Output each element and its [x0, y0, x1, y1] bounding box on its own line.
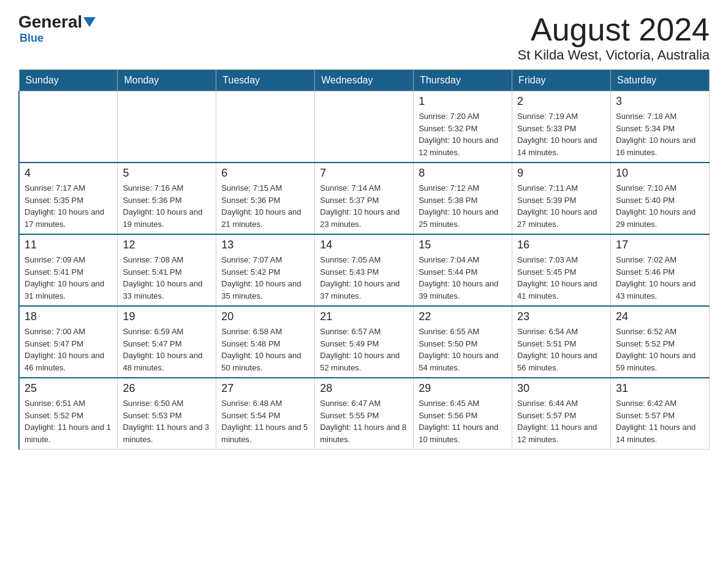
day-info: Sunrise: 7:02 AM Sunset: 5:46 PM Dayligh… — [616, 254, 704, 302]
calendar-cell: 27Sunrise: 6:48 AM Sunset: 5:54 PM Dayli… — [216, 378, 315, 450]
calendar-header-sunday: Sunday — [19, 70, 118, 91]
page-title: August 2024 — [518, 12, 710, 47]
calendar-header-monday: Monday — [118, 70, 216, 91]
header: General Blue August 2024 St Kilda West, … — [18, 12, 710, 63]
day-number: 15 — [419, 239, 507, 251]
calendar-cell: 24Sunrise: 6:52 AM Sunset: 5:52 PM Dayli… — [611, 306, 710, 378]
day-number: 9 — [517, 167, 605, 180]
calendar-header-wednesday: Wednesday — [315, 70, 414, 91]
calendar-header-friday: Friday — [512, 70, 611, 91]
day-info: Sunrise: 6:42 AM Sunset: 5:57 PM Dayligh… — [616, 397, 704, 445]
calendar-cell: 25Sunrise: 6:51 AM Sunset: 5:52 PM Dayli… — [19, 378, 118, 450]
calendar-cell — [118, 91, 216, 163]
day-number: 24 — [616, 310, 704, 323]
day-number: 13 — [221, 239, 309, 251]
day-number: 28 — [320, 382, 408, 395]
day-info: Sunrise: 7:14 AM Sunset: 5:37 PM Dayligh… — [320, 182, 408, 230]
day-number: 3 — [616, 95, 704, 108]
calendar-cell: 11Sunrise: 7:09 AM Sunset: 5:41 PM Dayli… — [19, 234, 118, 306]
day-info: Sunrise: 6:51 AM Sunset: 5:52 PM Dayligh… — [25, 397, 112, 445]
day-number: 22 — [419, 310, 507, 323]
day-info: Sunrise: 7:07 AM Sunset: 5:42 PM Dayligh… — [221, 254, 309, 302]
calendar-header-row: SundayMondayTuesdayWednesdayThursdayFrid… — [19, 70, 710, 91]
calendar-cell: 21Sunrise: 6:57 AM Sunset: 5:49 PM Dayli… — [315, 306, 414, 378]
day-info: Sunrise: 6:44 AM Sunset: 5:57 PM Dayligh… — [517, 397, 605, 445]
calendar-cell: 28Sunrise: 6:47 AM Sunset: 5:55 PM Dayli… — [315, 378, 414, 450]
calendar-cell: 29Sunrise: 6:45 AM Sunset: 5:56 PM Dayli… — [414, 378, 512, 450]
calendar-cell: 3Sunrise: 7:18 AM Sunset: 5:34 PM Daylig… — [611, 91, 710, 163]
day-info: Sunrise: 7:12 AM Sunset: 5:38 PM Dayligh… — [419, 182, 507, 230]
day-info: Sunrise: 7:16 AM Sunset: 5:36 PM Dayligh… — [123, 182, 211, 230]
calendar-cell: 10Sunrise: 7:10 AM Sunset: 5:40 PM Dayli… — [611, 163, 710, 234]
title-area: August 2024 St Kilda West, Victoria, Aus… — [518, 12, 710, 63]
calendar-cell: 20Sunrise: 6:58 AM Sunset: 5:48 PM Dayli… — [216, 306, 315, 378]
calendar-cell: 8Sunrise: 7:12 AM Sunset: 5:38 PM Daylig… — [414, 163, 512, 234]
logo-general-text: General — [18, 12, 82, 32]
day-number: 20 — [221, 310, 309, 323]
calendar-cell: 15Sunrise: 7:04 AM Sunset: 5:44 PM Dayli… — [414, 234, 512, 306]
day-number: 18 — [25, 310, 112, 323]
day-number: 12 — [123, 239, 211, 251]
day-number: 30 — [517, 382, 605, 395]
calendar-table: SundayMondayTuesdayWednesdayThursdayFrid… — [18, 69, 710, 450]
day-number: 2 — [517, 95, 605, 108]
day-info: Sunrise: 6:45 AM Sunset: 5:56 PM Dayligh… — [419, 397, 507, 445]
page-subtitle: St Kilda West, Victoria, Australia — [518, 47, 710, 63]
calendar-cell: 17Sunrise: 7:02 AM Sunset: 5:46 PM Dayli… — [611, 234, 710, 306]
logo-blue-text: Blue — [20, 32, 44, 45]
day-info: Sunrise: 7:11 AM Sunset: 5:39 PM Dayligh… — [517, 182, 605, 230]
calendar-cell: 31Sunrise: 6:42 AM Sunset: 5:57 PM Dayli… — [611, 378, 710, 450]
day-number: 29 — [419, 382, 507, 395]
day-info: Sunrise: 7:08 AM Sunset: 5:41 PM Dayligh… — [123, 254, 211, 302]
day-info: Sunrise: 6:58 AM Sunset: 5:48 PM Dayligh… — [221, 326, 309, 373]
calendar-cell: 18Sunrise: 7:00 AM Sunset: 5:47 PM Dayli… — [19, 306, 118, 378]
calendar-cell: 4Sunrise: 7:17 AM Sunset: 5:35 PM Daylig… — [19, 163, 118, 234]
calendar-week-row: 18Sunrise: 7:00 AM Sunset: 5:47 PM Dayli… — [19, 306, 710, 378]
calendar-cell — [315, 91, 414, 163]
day-info: Sunrise: 6:52 AM Sunset: 5:52 PM Dayligh… — [616, 326, 704, 373]
logo-triangle-icon — [83, 17, 96, 27]
day-info: Sunrise: 7:19 AM Sunset: 5:33 PM Dayligh… — [517, 110, 605, 158]
calendar-week-row: 1Sunrise: 7:20 AM Sunset: 5:32 PM Daylig… — [19, 91, 710, 163]
day-info: Sunrise: 7:05 AM Sunset: 5:43 PM Dayligh… — [320, 254, 408, 302]
day-number: 17 — [616, 239, 704, 251]
day-info: Sunrise: 7:03 AM Sunset: 5:45 PM Dayligh… — [517, 254, 605, 302]
calendar-cell: 6Sunrise: 7:15 AM Sunset: 5:36 PM Daylig… — [216, 163, 315, 234]
day-number: 31 — [616, 382, 704, 395]
day-number: 26 — [123, 382, 211, 395]
day-info: Sunrise: 6:47 AM Sunset: 5:55 PM Dayligh… — [320, 397, 408, 445]
day-number: 16 — [517, 239, 605, 251]
day-info: Sunrise: 6:57 AM Sunset: 5:49 PM Dayligh… — [320, 326, 408, 373]
calendar-cell: 14Sunrise: 7:05 AM Sunset: 5:43 PM Dayli… — [315, 234, 414, 306]
day-number: 1 — [419, 95, 507, 108]
day-number: 21 — [320, 310, 408, 323]
day-number: 7 — [320, 167, 408, 180]
calendar-cell: 2Sunrise: 7:19 AM Sunset: 5:33 PM Daylig… — [512, 91, 611, 163]
calendar-header-thursday: Thursday — [414, 70, 512, 91]
day-info: Sunrise: 6:59 AM Sunset: 5:47 PM Dayligh… — [123, 326, 211, 373]
day-info: Sunrise: 6:48 AM Sunset: 5:54 PM Dayligh… — [221, 397, 309, 445]
calendar-cell: 5Sunrise: 7:16 AM Sunset: 5:36 PM Daylig… — [118, 163, 216, 234]
day-number: 10 — [616, 167, 704, 180]
calendar-cell — [216, 91, 315, 163]
day-number: 27 — [221, 382, 309, 395]
day-number: 23 — [517, 310, 605, 323]
calendar-cell — [19, 91, 118, 163]
calendar-cell: 16Sunrise: 7:03 AM Sunset: 5:45 PM Dayli… — [512, 234, 611, 306]
day-number: 14 — [320, 239, 408, 251]
day-number: 8 — [419, 167, 507, 180]
logo: General Blue — [18, 12, 96, 45]
day-info: Sunrise: 7:15 AM Sunset: 5:36 PM Dayligh… — [221, 182, 309, 230]
day-info: Sunrise: 7:18 AM Sunset: 5:34 PM Dayligh… — [616, 110, 704, 158]
day-info: Sunrise: 7:20 AM Sunset: 5:32 PM Dayligh… — [419, 110, 507, 158]
day-info: Sunrise: 6:54 AM Sunset: 5:51 PM Dayligh… — [517, 326, 605, 373]
calendar-cell: 23Sunrise: 6:54 AM Sunset: 5:51 PM Dayli… — [512, 306, 611, 378]
calendar-cell: 13Sunrise: 7:07 AM Sunset: 5:42 PM Dayli… — [216, 234, 315, 306]
calendar-week-row: 4Sunrise: 7:17 AM Sunset: 5:35 PM Daylig… — [19, 163, 710, 234]
calendar-cell: 1Sunrise: 7:20 AM Sunset: 5:32 PM Daylig… — [414, 91, 512, 163]
day-number: 25 — [25, 382, 112, 395]
day-info: Sunrise: 7:10 AM Sunset: 5:40 PM Dayligh… — [616, 182, 704, 230]
day-info: Sunrise: 6:50 AM Sunset: 5:53 PM Dayligh… — [123, 397, 211, 445]
day-info: Sunrise: 7:17 AM Sunset: 5:35 PM Dayligh… — [25, 182, 112, 230]
calendar-cell: 26Sunrise: 6:50 AM Sunset: 5:53 PM Dayli… — [118, 378, 216, 450]
